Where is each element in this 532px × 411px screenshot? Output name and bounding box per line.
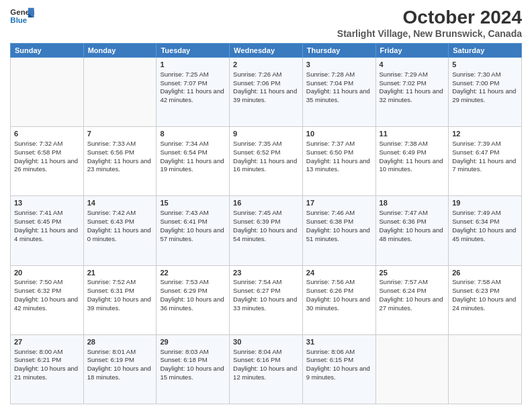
cell-content: Sunrise: 7:56 AMSunset: 6:26 PMDaylight:… — [306, 278, 372, 312]
calendar-cell: 4Sunrise: 7:29 AMSunset: 7:02 PMDaylight… — [375, 58, 449, 127]
day-number: 20 — [14, 268, 80, 278]
calendar-cell: 14Sunrise: 7:42 AMSunset: 6:43 PMDayligh… — [83, 196, 157, 265]
day-number: 14 — [87, 198, 153, 208]
day-number: 17 — [306, 198, 372, 208]
title-block: October 2024 Starlight Village, New Brun… — [337, 7, 522, 39]
day-number: 28 — [87, 337, 153, 347]
calendar-cell: 9Sunrise: 7:35 AMSunset: 6:52 PMDaylight… — [230, 127, 303, 196]
svg-text:Blue: Blue — [10, 16, 27, 24]
calendar-cell: 5Sunrise: 7:30 AMSunset: 7:00 PMDaylight… — [449, 58, 522, 127]
calendar-cell: 17Sunrise: 7:46 AMSunset: 6:38 PMDayligh… — [302, 196, 375, 265]
calendar-cell: 21Sunrise: 7:52 AMSunset: 6:31 PMDayligh… — [83, 265, 157, 334]
cell-content: Sunrise: 7:54 AMSunset: 6:27 PMDaylight:… — [233, 278, 299, 312]
day-number: 1 — [160, 60, 226, 70]
day-number: 15 — [160, 198, 226, 208]
day-number: 5 — [452, 60, 518, 70]
day-number: 22 — [160, 268, 226, 278]
cell-content: Sunrise: 7:33 AMSunset: 6:56 PMDaylight:… — [87, 140, 153, 174]
calendar-cell: 3Sunrise: 7:28 AMSunset: 7:04 PMDaylight… — [302, 58, 375, 127]
day-number: 4 — [380, 60, 445, 70]
day-number: 21 — [87, 268, 153, 278]
day-number: 19 — [452, 198, 518, 208]
day-header-thursday: Thursday — [302, 44, 375, 58]
calendar-cell: 12Sunrise: 7:39 AMSunset: 6:47 PMDayligh… — [449, 127, 522, 196]
calendar-cell: 31Sunrise: 8:06 AMSunset: 6:15 PMDayligh… — [302, 334, 375, 404]
calendar-cell — [83, 58, 157, 127]
cell-content: Sunrise: 8:03 AMSunset: 6:18 PMDaylight:… — [160, 348, 226, 382]
cell-content: Sunrise: 8:00 AMSunset: 6:21 PMDaylight:… — [14, 348, 80, 382]
day-number: 26 — [452, 268, 518, 278]
cell-content: Sunrise: 7:45 AMSunset: 6:39 PMDaylight:… — [233, 209, 299, 243]
calendar-week-row: 1Sunrise: 7:25 AMSunset: 7:07 PMDaylight… — [11, 58, 522, 127]
calendar-cell: 29Sunrise: 8:03 AMSunset: 6:18 PMDayligh… — [157, 334, 230, 404]
calendar-header-row: SundayMondayTuesdayWednesdayThursdayFrid… — [11, 44, 522, 58]
main-title: October 2024 — [337, 7, 522, 28]
cell-content: Sunrise: 7:41 AMSunset: 6:45 PMDaylight:… — [14, 209, 80, 243]
calendar-cell: 2Sunrise: 7:26 AMSunset: 7:06 PMDaylight… — [230, 58, 303, 127]
calendar-cell: 24Sunrise: 7:56 AMSunset: 6:26 PMDayligh… — [302, 265, 375, 334]
calendar-week-row: 6Sunrise: 7:32 AMSunset: 6:58 PMDaylight… — [11, 127, 522, 196]
cell-content: Sunrise: 7:52 AMSunset: 6:31 PMDaylight:… — [87, 278, 153, 312]
subtitle: Starlight Village, New Brunswick, Canada — [337, 28, 522, 39]
day-header-wednesday: Wednesday — [230, 44, 303, 58]
day-number: 9 — [233, 129, 299, 139]
cell-content: Sunrise: 8:01 AMSunset: 6:19 PMDaylight:… — [87, 348, 153, 382]
calendar-cell: 30Sunrise: 8:04 AMSunset: 6:16 PMDayligh… — [230, 334, 303, 404]
calendar-cell: 10Sunrise: 7:37 AMSunset: 6:50 PMDayligh… — [302, 127, 375, 196]
cell-content: Sunrise: 7:58 AMSunset: 6:23 PMDaylight:… — [452, 278, 518, 312]
day-number: 30 — [233, 337, 299, 347]
cell-content: Sunrise: 8:06 AMSunset: 6:15 PMDaylight:… — [306, 348, 372, 382]
day-number: 24 — [306, 268, 372, 278]
cell-content: Sunrise: 7:42 AMSunset: 6:43 PMDaylight:… — [87, 209, 153, 243]
day-number: 3 — [306, 60, 372, 70]
calendar-cell: 15Sunrise: 7:43 AMSunset: 6:41 PMDayligh… — [157, 196, 230, 265]
day-number: 23 — [233, 268, 299, 278]
day-number: 11 — [380, 129, 445, 139]
calendar-cell: 7Sunrise: 7:33 AMSunset: 6:56 PMDaylight… — [83, 127, 157, 196]
day-number: 6 — [14, 129, 80, 139]
day-number: 27 — [14, 337, 80, 347]
calendar-cell: 11Sunrise: 7:38 AMSunset: 6:49 PMDayligh… — [375, 127, 449, 196]
day-header-monday: Monday — [83, 44, 157, 58]
cell-content: Sunrise: 7:49 AMSunset: 6:34 PMDaylight:… — [452, 209, 518, 243]
cell-content: Sunrise: 7:35 AMSunset: 6:52 PMDaylight:… — [233, 140, 299, 174]
cell-content: Sunrise: 7:26 AMSunset: 7:06 PMDaylight:… — [233, 71, 299, 105]
cell-content: Sunrise: 7:30 AMSunset: 7:00 PMDaylight:… — [452, 71, 518, 105]
calendar-cell — [375, 334, 449, 404]
cell-content: Sunrise: 7:43 AMSunset: 6:41 PMDaylight:… — [160, 209, 226, 243]
cell-content: Sunrise: 7:28 AMSunset: 7:04 PMDaylight:… — [306, 71, 372, 105]
calendar-cell: 22Sunrise: 7:53 AMSunset: 6:29 PMDayligh… — [157, 265, 230, 334]
calendar-cell: 8Sunrise: 7:34 AMSunset: 6:54 PMDaylight… — [157, 127, 230, 196]
page: General Blue October 2024 Starlight Vill… — [0, 0, 532, 411]
cell-content: Sunrise: 7:39 AMSunset: 6:47 PMDaylight:… — [452, 140, 518, 174]
day-header-tuesday: Tuesday — [157, 44, 230, 58]
cell-content: Sunrise: 8:04 AMSunset: 6:16 PMDaylight:… — [233, 348, 299, 382]
calendar-week-row: 20Sunrise: 7:50 AMSunset: 6:32 PMDayligh… — [11, 265, 522, 334]
logo: General Blue — [10, 7, 34, 27]
day-number: 13 — [14, 198, 80, 208]
calendar-week-row: 13Sunrise: 7:41 AMSunset: 6:45 PMDayligh… — [11, 196, 522, 265]
calendar-table: SundayMondayTuesdayWednesdayThursdayFrid… — [10, 43, 522, 404]
calendar-cell: 13Sunrise: 7:41 AMSunset: 6:45 PMDayligh… — [11, 196, 84, 265]
calendar-cell: 19Sunrise: 7:49 AMSunset: 6:34 PMDayligh… — [449, 196, 522, 265]
cell-content: Sunrise: 7:53 AMSunset: 6:29 PMDaylight:… — [160, 278, 226, 312]
day-number: 16 — [233, 198, 299, 208]
logo-icon: General Blue — [10, 7, 34, 27]
day-number: 12 — [452, 129, 518, 139]
cell-content: Sunrise: 7:38 AMSunset: 6:49 PMDaylight:… — [380, 140, 445, 174]
day-number: 7 — [87, 129, 153, 139]
cell-content: Sunrise: 7:50 AMSunset: 6:32 PMDaylight:… — [14, 278, 80, 312]
day-header-friday: Friday — [375, 44, 449, 58]
cell-content: Sunrise: 7:29 AMSunset: 7:02 PMDaylight:… — [380, 71, 445, 105]
day-number: 18 — [380, 198, 445, 208]
cell-content: Sunrise: 7:47 AMSunset: 6:36 PMDaylight:… — [380, 209, 445, 243]
calendar-cell: 23Sunrise: 7:54 AMSunset: 6:27 PMDayligh… — [230, 265, 303, 334]
calendar-cell: 28Sunrise: 8:01 AMSunset: 6:19 PMDayligh… — [83, 334, 157, 404]
day-number: 2 — [233, 60, 299, 70]
calendar-cell: 16Sunrise: 7:45 AMSunset: 6:39 PMDayligh… — [230, 196, 303, 265]
calendar-cell — [11, 58, 84, 127]
cell-content: Sunrise: 7:57 AMSunset: 6:24 PMDaylight:… — [380, 278, 445, 312]
calendar-cell: 25Sunrise: 7:57 AMSunset: 6:24 PMDayligh… — [375, 265, 449, 334]
day-number: 8 — [160, 129, 226, 139]
calendar-cell: 6Sunrise: 7:32 AMSunset: 6:58 PMDaylight… — [11, 127, 84, 196]
